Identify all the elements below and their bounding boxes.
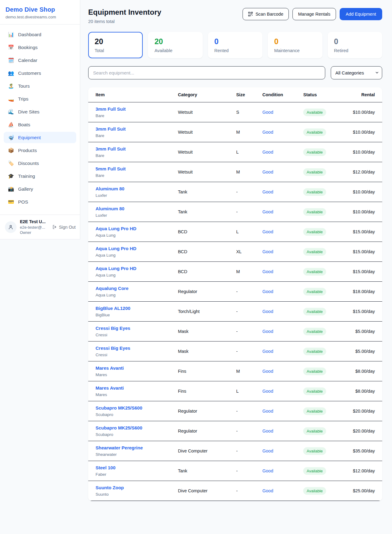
Retired[interactable]: 0 Retired — [328, 32, 382, 58]
item-name-link[interactable]: Scubapro MK25/S600 — [96, 425, 142, 430]
item-size: XL — [234, 242, 260, 262]
dashboard-icon: 📊 — [8, 32, 14, 37]
equipment-icon: 🤿 — [8, 135, 14, 140]
item-brand: Cressi — [96, 333, 173, 337]
item-category: Dive Computer — [175, 441, 234, 461]
condition-link[interactable]: Good — [262, 209, 273, 214]
Customers[interactable]: 👥 Customers — [4, 67, 76, 79]
item-brand: BigBlue — [96, 313, 173, 317]
POS[interactable]: 💳 POS — [4, 196, 76, 208]
condition-link[interactable]: Good — [262, 389, 273, 394]
Rented[interactable]: 0 Rented — [208, 32, 262, 58]
item-name-link[interactable]: Aluminum 80 — [96, 186, 124, 191]
condition-link[interactable]: Good — [262, 468, 273, 473]
Tours[interactable]: 🏝️ Tours — [4, 80, 76, 92]
rental-price: $12.00/day — [350, 461, 382, 481]
item-category: Tank — [175, 182, 234, 202]
item-name-link[interactable]: Aqualung Core — [96, 286, 129, 291]
condition-link[interactable]: Good — [262, 130, 273, 135]
condition-link[interactable]: Good — [262, 409, 273, 414]
bookings-icon: 📅 — [8, 44, 14, 50]
condition-link[interactable]: Good — [262, 329, 273, 334]
table-row: Aqua Lung Pro HD Aqua Lung BCD L Good Av… — [88, 222, 382, 242]
item-name-link[interactable]: Aqua Lung Pro HD — [96, 226, 136, 231]
tours-icon: 🏝️ — [8, 83, 14, 89]
add-equipment-button[interactable]: Add Equipment — [340, 8, 382, 20]
Discounts[interactable]: 🏷️ Discounts — [4, 158, 76, 169]
rental-price: $10.00/day — [350, 142, 382, 162]
sign-out-label: Sign Out — [59, 225, 76, 230]
condition-link[interactable]: Good — [262, 289, 273, 294]
status-badge: Available — [303, 427, 326, 435]
condition-link[interactable]: Good — [262, 189, 273, 194]
Equipment[interactable]: 🤿 Equipment — [4, 132, 76, 143]
condition-link[interactable]: Good — [262, 309, 273, 314]
pos-icon: 💳 — [8, 199, 14, 205]
brand-domain: demo.test.divestreams.com — [6, 15, 74, 19]
item-name-link[interactable]: Mares Avanti — [96, 365, 124, 371]
Products[interactable]: 📦 Products — [4, 145, 76, 156]
item-name-link[interactable]: Suunto Zoop — [96, 485, 124, 490]
condition-link[interactable]: Good — [262, 269, 273, 274]
item-brand: Scubapro — [96, 412, 173, 417]
Maintenance[interactable]: 0 Maintenance — [268, 32, 322, 58]
stats-row: 20 Total 20 Available 0 Rented 0 Mainten… — [88, 32, 382, 58]
item-category: Wetsuit — [175, 102, 234, 122]
manage-rentals-button[interactable]: Manage Rentals — [292, 8, 336, 20]
item-size: - — [234, 401, 260, 421]
item-name-link[interactable]: Aqua Lung Pro HD — [96, 246, 136, 251]
stat-value: 0 — [214, 37, 256, 46]
condition-link[interactable]: Good — [262, 229, 273, 234]
sidebar-item-label: Training — [18, 174, 35, 179]
table-row: 3mm Full Suit Bare Wetsuit L Good Availa… — [88, 142, 382, 162]
search-input[interactable] — [88, 66, 325, 79]
Dive Sites[interactable]: 🌊 Dive Sites — [4, 106, 76, 117]
item-name-link[interactable]: 3mm Full Suit — [96, 106, 126, 112]
condition-link[interactable]: Good — [262, 349, 273, 354]
condition-link[interactable]: Good — [262, 110, 273, 115]
Total[interactable]: 20 Total — [88, 32, 143, 58]
Boats[interactable]: ⛵ Boats — [4, 119, 76, 130]
item-name-link[interactable]: Steel 100 — [96, 465, 115, 470]
condition-link[interactable]: Good — [262, 488, 273, 493]
Bookings[interactable]: 📅 Bookings — [4, 42, 76, 53]
item-size: M — [234, 361, 260, 381]
Dashboard[interactable]: 📊 Dashboard — [4, 29, 76, 40]
item-category: Mask — [175, 322, 234, 341]
item-name-link[interactable]: 5mm Full Suit — [96, 166, 126, 171]
dive-sites-icon: 🌊 — [8, 109, 14, 115]
item-category: Fins — [175, 361, 234, 381]
sign-out-button[interactable]: Sign Out — [52, 224, 76, 230]
rental-price: $15.00/day — [350, 262, 382, 282]
category-select[interactable]: All Categories — [331, 66, 382, 79]
Training[interactable]: 🎓 Training — [4, 170, 76, 182]
item-name-link[interactable]: Scubapro MK25/S600 — [96, 405, 142, 410]
Gallery[interactable]: 📸 Gallery — [4, 183, 76, 195]
item-category: BCD — [175, 222, 234, 242]
item-name-link[interactable]: Cressi Big Eyes — [96, 345, 130, 351]
condition-link[interactable]: Good — [262, 369, 273, 374]
item-name-link[interactable]: Aqua Lung Pro HD — [96, 266, 136, 271]
condition-link[interactable]: Good — [262, 429, 273, 433]
scan-barcode-button[interactable]: Scan Barcode — [243, 8, 289, 20]
Calendar[interactable]: 🗓️ Calendar — [4, 55, 76, 66]
item-brand: Mares — [96, 392, 173, 397]
condition-link[interactable]: Good — [262, 249, 273, 254]
Available[interactable]: 20 Available — [148, 32, 202, 58]
item-name-link[interactable]: Shearwater Peregrine — [96, 445, 143, 450]
item-name-link[interactable]: BigBlue AL1200 — [96, 306, 130, 311]
Trips[interactable]: 🚤 Trips — [4, 93, 76, 105]
condition-link[interactable]: Good — [262, 150, 273, 154]
table-row: 3mm Full Suit Bare Wetsuit S Good Availa… — [88, 102, 382, 122]
item-name-link[interactable]: Aluminum 80 — [96, 206, 124, 211]
item-name-link[interactable]: 3mm Full Suit — [96, 126, 126, 132]
item-name-link[interactable]: Mares Avanti — [96, 385, 124, 391]
condition-link[interactable]: Good — [262, 448, 273, 453]
rental-price: $10.00/day — [350, 122, 382, 142]
table-row: Aqua Lung Pro HD Aqua Lung BCD XL Good A… — [88, 242, 382, 262]
avatar — [5, 221, 17, 233]
condition-link[interactable]: Good — [262, 170, 273, 174]
item-name-link[interactable]: Cressi Big Eyes — [96, 326, 130, 331]
status-badge: Available — [303, 168, 326, 176]
item-name-link[interactable]: 3mm Full Suit — [96, 146, 126, 151]
